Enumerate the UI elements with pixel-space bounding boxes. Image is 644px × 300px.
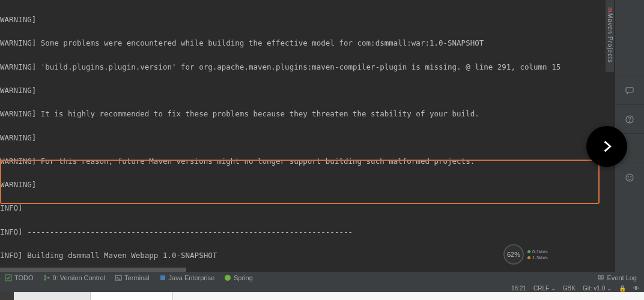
svg-point-2 <box>630 121 630 121</box>
log-line: WARNING] <box>0 16 606 23</box>
outer-dark-corner <box>0 292 14 300</box>
next-slide-button[interactable] <box>586 126 627 167</box>
log-line: INFO] ----------------------------------… <box>0 228 606 236</box>
outer-strip <box>14 292 91 300</box>
terminal-tab[interactable]: Terminal <box>110 272 154 284</box>
outer-app-strip <box>0 292 644 300</box>
log-line: WARNING] <box>0 86 606 94</box>
smile-icon <box>624 172 635 183</box>
horizontal-scrollbar[interactable] <box>0 268 606 272</box>
console-content[interactable]: WARNING] WARNING] Some problems were enc… <box>0 0 606 272</box>
maven-m-icon: m <box>607 7 613 13</box>
scrollbar-thumb[interactable] <box>0 268 186 272</box>
help-tool-button[interactable] <box>615 105 644 134</box>
log-line: WARNING] <box>0 181 606 188</box>
vcs-tab[interactable]: 9: Version Control <box>38 272 110 284</box>
javaee-label: Java Enterprise <box>169 274 214 281</box>
download-rate: 0.1kb/s <box>532 249 548 254</box>
javaee-icon <box>159 274 166 281</box>
vcs-label: 9: Version Control <box>53 274 105 281</box>
spring-label: Spring <box>234 274 253 281</box>
todo-tab[interactable]: TODO <box>0 272 38 284</box>
todo-label: TODO <box>14 274 34 281</box>
maven-tool-label: Maven Projects <box>607 13 613 63</box>
tool-window-bar: TODO 9: Version Control Terminal Java En… <box>0 272 644 284</box>
spring-icon <box>224 274 231 281</box>
svg-rect-0 <box>626 87 633 92</box>
feedback-tool-button[interactable] <box>615 163 644 191</box>
status-bar: 18:21 CRLF ⌄ GBK Git: v1.0 ⌄ 🔒 👁 <box>0 284 644 292</box>
line-separator[interactable]: CRLF ⌄ <box>533 285 556 292</box>
vcs-icon <box>43 274 50 281</box>
event-log-label: Event Log <box>607 274 637 281</box>
terminal-icon <box>115 274 122 281</box>
outer-strip <box>91 292 173 300</box>
log-line: WARNING] 'build.plugins.plugin.version' … <box>0 63 606 71</box>
chevron-right-icon <box>598 138 615 155</box>
help-icon <box>624 114 635 125</box>
log-line: WARNING] Some problems were encountered … <box>0 39 606 47</box>
spring-tab[interactable]: Spring <box>219 272 258 284</box>
upload-dot-icon <box>527 256 530 259</box>
log-line: WARNING] <box>0 134 606 142</box>
inspection-icon[interactable]: 👁 <box>633 285 639 292</box>
memory-badge: 62% 0.1kb/s 1.3kb/s <box>503 244 548 265</box>
terminal-label: Terminal <box>124 274 150 281</box>
javaee-tab[interactable]: Java Enterprise <box>154 272 219 284</box>
svg-point-3 <box>626 174 633 181</box>
file-encoding[interactable]: GBK <box>563 285 576 292</box>
comment-tool-button[interactable] <box>615 76 644 105</box>
upload-rate: 1.3kb/s <box>532 255 548 260</box>
svg-rect-13 <box>598 275 603 279</box>
log-line: WARNING] It is highly recommended to fix… <box>0 110 606 118</box>
git-branch[interactable]: Git: v1.0 ⌄ <box>583 285 612 292</box>
event-log-tab[interactable]: Event Log <box>590 274 644 282</box>
todo-icon <box>5 274 12 281</box>
download-dot-icon <box>527 250 530 253</box>
gutter-spacer <box>615 0 644 76</box>
svg-point-5 <box>631 176 631 177</box>
svg-point-4 <box>628 176 628 177</box>
log-line: INFO] <box>0 204 606 212</box>
log-line: WARNING] For this reason, future Maven v… <box>0 157 606 165</box>
memory-percent: 62% <box>503 244 524 265</box>
caret-position[interactable]: 18:21 <box>511 285 526 292</box>
net-stats: 0.1kb/s 1.3kb/s <box>527 249 548 260</box>
svg-point-12 <box>225 275 231 281</box>
maven-tool-tab[interactable]: m Maven Projects <box>606 0 614 72</box>
svg-rect-11 <box>160 275 165 280</box>
lock-icon[interactable]: 🔒 <box>619 285 626 292</box>
console-output-panel: WARNING] WARNING] Some problems were enc… <box>0 0 606 272</box>
comment-icon <box>624 85 635 96</box>
event-log-icon <box>597 274 604 282</box>
